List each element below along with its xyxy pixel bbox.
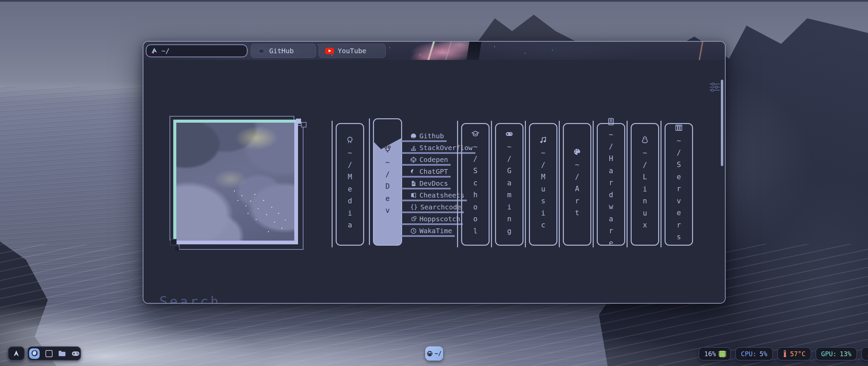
url-bar[interactable]: ~/ (146, 44, 248, 57)
memory-widget: 16% (698, 347, 731, 361)
media-icon (346, 136, 354, 144)
shelf-divider (660, 121, 662, 247)
github-tab-icon (257, 47, 265, 55)
memory-value: 16% (704, 350, 716, 358)
book-unit-gaming: ~/Gaming (491, 121, 524, 247)
cpu-temp-widget: 57°C (777, 347, 811, 361)
hero-artwork-image (173, 120, 298, 244)
ram-chip-icon (719, 351, 725, 357)
chat-icon (410, 168, 417, 175)
book-unit-hardware: ~/Hardware (593, 121, 625, 247)
startpage: ~/Media ~/Dev (143, 60, 725, 303)
book-media[interactable]: ~/Media (336, 123, 364, 246)
firefox-icon (29, 348, 40, 359)
server-icon (675, 124, 683, 132)
zen-logo-icon (151, 47, 158, 55)
firefox-app-button[interactable] (29, 348, 40, 359)
frame-corner-square (170, 239, 177, 245)
shelf-divider (559, 121, 560, 247)
gpu-label: GPU: (821, 350, 837, 358)
link-searchcode[interactable]: {} Searchcode (401, 203, 464, 213)
frame-corner-square (175, 247, 179, 251)
frame-corner-square (301, 122, 307, 127)
gamepad-icon (505, 130, 513, 138)
book-unit-linux: ~/Linux (627, 121, 659, 247)
book-unit-media: ~/Media (332, 121, 364, 247)
book-unit-art: ~/Art (559, 121, 591, 247)
screen: ~/ GitHub YouTube (0, 0, 868, 366)
artwork-stars (234, 190, 235, 191)
codepen-icon (410, 157, 417, 163)
games-app-button[interactable] (72, 351, 80, 356)
book-school[interactable]: ~/School (461, 123, 490, 246)
shelf-divider (491, 121, 492, 247)
hoppscotch-icon (410, 216, 417, 222)
window-app-button[interactable] (45, 350, 53, 357)
link-hoppscotch[interactable]: Hoppscotch (401, 215, 463, 225)
git-branch-icon (383, 145, 392, 154)
cpu-temp-value: 57°C (790, 350, 806, 358)
book-servers[interactable]: ~/Servers (665, 123, 693, 246)
link-chatgpt[interactable]: ChatGPT (401, 168, 451, 178)
linux-icon (641, 136, 649, 144)
school-icon (471, 130, 479, 138)
search-input[interactable] (159, 294, 696, 304)
files-app-button[interactable] (58, 350, 66, 357)
music-icon (539, 136, 547, 144)
shelf-divider (457, 121, 458, 247)
cpu-widget: CPU: 5% (735, 347, 773, 361)
palette-icon (573, 148, 581, 156)
scrollbar-thumb[interactable] (721, 80, 723, 166)
gpu-value: 13% (840, 350, 851, 358)
active-window-button[interactable]: ~/ (425, 346, 443, 361)
frame-corner-square (296, 119, 301, 124)
book-gaming[interactable]: ~/Gaming (495, 123, 524, 246)
window-icon (45, 350, 53, 357)
browser-tab-bar: ~/ GitHub YouTube (143, 42, 725, 60)
pc-icon (607, 118, 615, 126)
book-linux[interactable]: ~/Linux (631, 123, 659, 246)
book-unit-music: ~/Music (525, 121, 557, 247)
link-wakatime[interactable]: WakaTime (401, 227, 455, 237)
folder-icon (58, 350, 66, 357)
taskbar-dock (27, 346, 81, 361)
gpu-temp-widget: 50°C (861, 347, 868, 361)
book-media-label: ~/Media (346, 149, 354, 233)
search-bar (159, 294, 695, 304)
tab-youtube[interactable]: YouTube (319, 44, 386, 58)
github-icon (410, 133, 417, 139)
active-window-label: ~/ (435, 350, 441, 357)
youtube-tab-icon (325, 48, 334, 54)
controller-icon (72, 351, 80, 356)
book-unit-servers: ~/Servers (660, 121, 693, 247)
book-dev-open[interactable]: ~/Dev (373, 118, 402, 246)
bookshelf-right: ~/School ~/Gaming (457, 121, 694, 247)
shelf-divider (332, 121, 333, 247)
document-icon (410, 180, 417, 187)
cpu-label: CPU: (741, 350, 756, 358)
shelf-divider (525, 121, 526, 247)
browser-window: ~/ GitHub YouTube (143, 41, 726, 304)
link-devdocs[interactable]: DevDocs (401, 180, 451, 189)
thermometer-icon (783, 350, 787, 358)
hero-artwork-frame (173, 120, 298, 244)
shelf-divider (627, 121, 628, 247)
url-text: ~/ (161, 47, 170, 55)
book-dev-label: ~/Dev (383, 158, 392, 219)
shelf-divider (593, 121, 594, 247)
book-art[interactable]: ~/Art (563, 123, 591, 246)
gpu-widget: GPU: 13% (815, 347, 857, 361)
tabbar-artwork-stars (318, 44, 319, 45)
sliders-icon[interactable] (709, 82, 721, 92)
book-music[interactable]: ~/Music (529, 123, 557, 246)
link-codepen[interactable]: Codepen (401, 156, 451, 166)
book-unit-dev: ~/Dev (369, 118, 402, 246)
launcher-button[interactable] (8, 346, 25, 361)
link-github[interactable]: Github (401, 132, 447, 142)
braces-icon: {} (410, 203, 418, 211)
status-widgets: 16% CPU: 5% 57°C GPU: 13% 50°C (698, 347, 868, 361)
book-hardware[interactable]: ~/Hardware (597, 123, 625, 246)
tab-github[interactable]: GitHub (251, 44, 316, 58)
shelf-divider (369, 118, 370, 245)
globe-icon (427, 351, 433, 357)
